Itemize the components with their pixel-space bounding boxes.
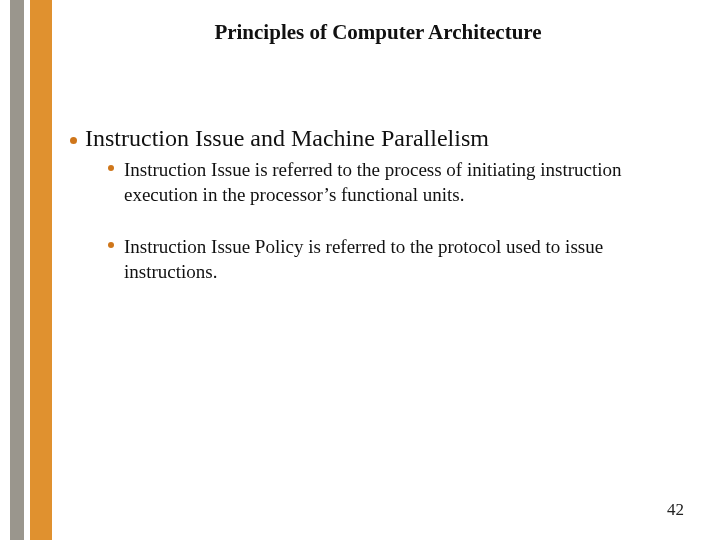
sub-bullet-text: Instruction Issue Policy is referred to …: [124, 235, 658, 284]
bullet-icon: [70, 137, 77, 144]
main-bullet-text: Instruction Issue and Machine Parallelis…: [85, 125, 489, 152]
bullet-icon: [108, 242, 114, 248]
bullet-icon: [108, 165, 114, 171]
sub-bullet-row: Instruction Issue is referred to the pro…: [108, 158, 658, 207]
page-number: 42: [667, 500, 684, 520]
main-bullet-row: Instruction Issue and Machine Parallelis…: [70, 125, 678, 152]
slide-content: Principles of Computer Architecture Inst…: [58, 0, 708, 540]
slide-title: Principles of Computer Architecture: [78, 20, 678, 45]
sub-bullet-text: Instruction Issue is referred to the pro…: [124, 158, 658, 207]
sidebar-stripe-orange: [30, 0, 52, 540]
sub-bullet-row: Instruction Issue Policy is referred to …: [108, 235, 658, 284]
sidebar-stripe-gap2: [52, 0, 56, 540]
sidebar-stripe-gray: [10, 0, 24, 540]
